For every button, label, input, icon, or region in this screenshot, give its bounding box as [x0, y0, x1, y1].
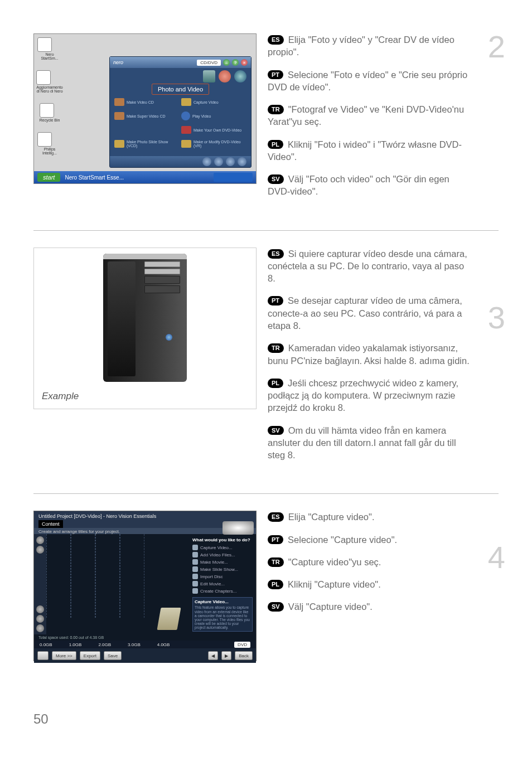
tool-icon	[36, 546, 44, 554]
modify-dvd-icon	[181, 140, 191, 148]
instruction-text: Kliknij "Capture video".	[288, 579, 381, 589]
manual-page: 2 Nero StartSm... Aggiornamento di Nero …	[0, 0, 532, 749]
make-movie-icon	[192, 559, 198, 565]
menu-item: Import Disc	[200, 574, 223, 579]
action-label: Make Photo Slide Show (VCD)	[127, 140, 180, 148]
step-4: 4 Untitled Project [DVD-Video] - Nero Vi…	[33, 511, 499, 661]
disc-label: DVD	[234, 642, 250, 648]
callout-desc: This feature allows you to capture video…	[195, 605, 250, 629]
capture-icon	[192, 545, 198, 550]
nero-start-screenshot: Nero StartSm... Aggiornamento di Nero di…	[33, 33, 257, 184]
nero-vision-screenshot: Untitled Project [DVD-Video] - Nero Visi…	[33, 511, 257, 661]
lang-badge-sv: SV	[268, 426, 284, 435]
lang-badge-pl: PL	[268, 580, 283, 589]
left-toolbar	[34, 534, 46, 634]
icon-label: Recycle Bin	[40, 118, 60, 122]
example-caption: Example	[42, 391, 79, 402]
section-title: Content	[38, 520, 63, 528]
screenshot-col: Example	[33, 248, 257, 472]
action-label: Make Video CD	[127, 100, 154, 104]
export-button: Export	[80, 651, 100, 660]
screenshot-col: Nero StartSm... Aggiornamento di Nero di…	[33, 33, 257, 208]
instruction-pt: PTSe desejar capturar vídeo de uma câmer…	[268, 294, 471, 332]
instruction-pt: PTSelecione "Foto e vídeo" e "Crie seu p…	[268, 69, 471, 94]
instruction-pl: PLJeśli chcesz przechwycić wideo z kamer…	[268, 377, 471, 414]
tool-icon	[36, 536, 44, 544]
close-icon: ×	[241, 59, 248, 66]
project-canvas	[46, 534, 189, 634]
instruction-text: Si quiere capturar vídeo desde una cámar…	[268, 249, 467, 284]
tick: 1.0GB	[69, 642, 82, 647]
tick: 4.0GB	[157, 642, 170, 647]
tower-top	[103, 254, 187, 259]
lang-badge-pl: PL	[268, 379, 283, 388]
more-button: More >>	[52, 651, 76, 660]
lang-badge-pt: PT	[268, 296, 283, 306]
action-label: Make Super Video CD	[127, 114, 166, 118]
util-icon	[234, 70, 246, 83]
section-divider	[33, 230, 499, 231]
pc-tower-illustration: Example	[33, 248, 257, 409]
instruction-text: Selecione "Foto e vídeo" e "Crie seu pró…	[268, 70, 467, 92]
taskbar: start Nero StartSmart Esse...	[34, 171, 256, 183]
tool-icon	[36, 615, 44, 623]
lang-badge-pl: PL	[268, 140, 283, 149]
instructions-col: ESElija "Foto y vídeo" y "Crear DV de ví…	[257, 33, 499, 208]
recycle-bin-icon	[40, 103, 54, 118]
icon-label: Nero StartSm...	[37, 52, 62, 60]
instructions-col: ESSi quiere capturar vídeo desde una cám…	[257, 248, 499, 472]
page-number: 50	[33, 711, 499, 727]
util-icon	[219, 70, 231, 83]
chapters-icon	[192, 588, 198, 594]
actions-grid: Make Video CD Capture Video Make Super V…	[110, 96, 251, 150]
section-divider	[33, 493, 499, 494]
capture-video-callout: Capture Video... This feature allows you…	[192, 597, 253, 632]
step-number: 2	[488, 31, 505, 62]
instruction-text: Om du vill hämta video från en kamera an…	[268, 425, 456, 460]
lang-badge-es: ES	[268, 249, 284, 259]
menu-item: Capture Video...	[200, 545, 233, 550]
pc-tower	[103, 254, 187, 382]
add-files-icon	[192, 552, 198, 557]
menu-item: Create Chapters...	[200, 589, 236, 594]
tower-side-panel	[108, 261, 136, 376]
media-selector: CD/DVD	[197, 60, 221, 66]
instruction-text: Kameradan video yakalamak istiyorsanız, …	[268, 343, 470, 365]
instruction-sv: SVVälj "Capture video".	[268, 600, 471, 613]
app-title: nero	[113, 60, 123, 65]
lang-badge-pt: PT	[268, 535, 283, 545]
desktop-icons: Nero StartSm... Aggiornamento di Nero di…	[37, 37, 62, 155]
drive-bay	[144, 261, 180, 293]
make-svcd-icon	[114, 112, 124, 120]
action-label: Capture Video	[194, 100, 219, 104]
menu-item: Edit Movie...	[200, 581, 225, 586]
lang-badge-sv: SV	[268, 174, 284, 184]
lang-badge-es: ES	[268, 35, 284, 45]
action-label: Make or Modify DVD-Video (VR)	[194, 140, 246, 148]
philips-icon	[37, 132, 52, 147]
instruction-text: Elija "Foto y vídeo" y "Crear DV de víde…	[268, 35, 454, 57]
space-used-label: Total space used: 0.00 out of 4.38 GB	[34, 634, 256, 641]
nero-start-icon	[37, 37, 52, 52]
window-footer	[110, 156, 251, 167]
titlebar: nero CD/DVD – ? ×	[110, 57, 251, 68]
optical-drive	[144, 269, 180, 274]
lang-badge-pt: PT	[268, 70, 283, 80]
action-label: Play Video	[192, 114, 211, 118]
callout-title: Capture Video...	[195, 599, 250, 604]
save-button: Save	[104, 651, 122, 660]
config-icon	[202, 157, 211, 166]
instruction-pl: PLKliknij "Capture video".	[268, 578, 471, 590]
help-icon	[37, 651, 49, 660]
start-button: start	[37, 173, 60, 182]
step-number: 4	[488, 542, 505, 573]
instruction-text: Kliknij "Foto i wideo" i "Twórz własne D…	[268, 139, 462, 162]
util-icons-row	[110, 68, 251, 85]
nero-window: nero CD/DVD – ? × Photo and Video Make V…	[109, 56, 252, 168]
config-icon	[238, 157, 246, 166]
tick: 0.0GB	[40, 642, 52, 647]
nero-logo	[223, 521, 254, 535]
prev-icon: ◀	[208, 651, 218, 660]
tool-icon	[36, 624, 44, 632]
instruction-pt: PTSelecione "Capture video".	[268, 534, 471, 546]
